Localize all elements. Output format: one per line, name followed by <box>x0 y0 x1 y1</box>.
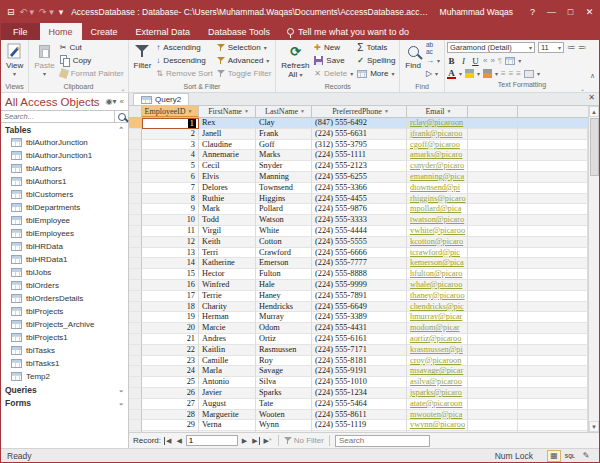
undo-icon[interactable]: ↶ ▾ <box>20 7 35 17</box>
sidebar-item-tbltasks1[interactable]: tblTasks1 <box>1 357 128 370</box>
cell[interactable]: (224) 555-4455 <box>312 194 407 205</box>
cell[interactable]: Savage <box>256 366 312 377</box>
cell[interactable]: 22 <box>142 345 199 356</box>
maximize-button[interactable]: □ <box>561 1 580 23</box>
cell[interactable]: Murray <box>256 312 312 323</box>
cell[interactable]: 29 <box>142 420 199 431</box>
tab-file[interactable]: File <box>1 23 40 40</box>
cell[interactable]: (224) 555-4444 <box>312 226 407 237</box>
email-cell[interactable]: chendricks@pic <box>407 302 468 313</box>
row-selector[interactable] <box>129 237 142 248</box>
cell[interactable]: Clay <box>256 118 312 129</box>
cell[interactable]: Javier <box>199 388 256 399</box>
cell[interactable]: Crawford <box>256 248 312 259</box>
email-cell[interactable]: tcrawford@pic <box>407 248 468 259</box>
cell[interactable]: 7 <box>142 183 199 194</box>
view-button[interactable]: View ▾ <box>3 41 26 80</box>
email-cell[interactable]: aortiz@picaroo <box>407 334 468 345</box>
record-search-input[interactable] <box>335 435 430 447</box>
numbering-icon[interactable]: ≕ <box>578 43 586 52</box>
font-size-select[interactable]: 11▾ <box>538 42 564 53</box>
table-row[interactable]: 28MargueriteWooten(224) 555-8611mwooten@… <box>129 410 588 421</box>
table-row[interactable]: 21AndresOrtiz(224) 555-6161aortiz@picaro… <box>129 334 588 345</box>
cell[interactable]: White <box>256 226 312 237</box>
cell[interactable]: 3 <box>142 140 199 151</box>
row-selector[interactable] <box>129 420 142 431</box>
cell[interactable]: 26 <box>142 388 199 399</box>
datasheet-view-button[interactable]: ▦ <box>547 450 561 462</box>
email-link[interactable]: twatson@picaro <box>410 215 464 224</box>
email-cell[interactable]: hfulton@picaro <box>407 269 468 280</box>
email-cell[interactable]: csnyder@picaro <box>407 161 468 172</box>
email-link[interactable]: chendricks@pic <box>410 302 464 311</box>
bullets-icon[interactable]: ≔ <box>567 43 575 52</box>
cell[interactable]: Sparks <box>256 388 312 399</box>
sidebar-item-tblprojects[interactable]: tblProjects <box>1 305 128 318</box>
email-link[interactable]: modom@picar <box>410 323 460 332</box>
column-header-email[interactable]: Email▼ <box>407 106 468 117</box>
email-cell[interactable]: whale@picaroo <box>407 280 468 291</box>
scrollbar-thumb[interactable] <box>590 118 599 176</box>
table-row[interactable]: 23CamilleRoy(224) 555-8181croy@picaroon <box>129 356 588 367</box>
scroll-up-icon[interactable]: ▲ <box>589 106 599 117</box>
next-record-button[interactable]: ▶ <box>241 437 248 445</box>
underline-button[interactable]: U <box>471 56 480 66</box>
sidebar-item-tblauthors1[interactable]: tblAuthors1 <box>1 175 128 188</box>
tell-me-box[interactable]: Tell me what you want to do <box>287 23 409 40</box>
cell[interactable]: Hector <box>199 269 256 280</box>
email-link[interactable]: emanning@pica <box>410 172 464 181</box>
row-selector[interactable] <box>129 345 142 356</box>
row-selector[interactable] <box>129 248 142 259</box>
cell[interactable]: 12 <box>142 237 199 248</box>
table-row[interactable]: 7DeloresTownsend(224) 555-3366dtownsend@… <box>129 183 588 194</box>
cell[interactable]: Charity <box>199 302 256 313</box>
email-cell[interactable]: mpollard@pica <box>407 204 468 215</box>
email-cell[interactable]: twatson@picaro <box>407 215 468 226</box>
cell[interactable]: Herman <box>199 312 256 323</box>
cell[interactable]: 16 <box>142 280 199 291</box>
first-record-button[interactable]: ◀ <box>164 437 172 445</box>
sidebar-item-tbljobs[interactable]: tblJobs <box>1 266 128 279</box>
email-cell[interactable]: vwynn@picaroo <box>407 420 468 431</box>
sidebar-item-tblprojects1[interactable]: tblProjects1 <box>1 331 128 344</box>
cell[interactable]: Marguerite <box>199 410 256 421</box>
email-cell[interactable]: atate@picaroon <box>407 399 468 410</box>
cell[interactable]: (224) 555-7171 <box>312 345 407 356</box>
table-row[interactable]: 25AntonioSilva(224) 555-1010asilva@picar… <box>129 377 588 388</box>
cell[interactable]: Katherine <box>199 258 256 269</box>
cell[interactable]: Pollard <box>256 204 312 215</box>
italic-button[interactable]: I <box>459 56 468 66</box>
sidebar-item-tblprojects_archive[interactable]: tblProjects_Archive <box>1 318 128 331</box>
totals-button[interactable]: ΣTotals <box>355 41 397 54</box>
cell[interactable]: Wooten <box>256 410 312 421</box>
cut-button[interactable]: ✂Cut <box>58 41 126 54</box>
table-row[interactable]: 12KeithCotton(224) 555-5555kcotton@picar… <box>129 237 588 248</box>
cell[interactable]: (224) 555-5464 <box>312 399 407 410</box>
save-icon[interactable]: ⊟ <box>7 7 15 17</box>
row-selector[interactable] <box>129 194 142 205</box>
sidebar-item-tbldepartments[interactable]: tblDepartments <box>1 201 128 214</box>
cell[interactable]: (224) 555-6631 <box>312 129 407 140</box>
account-name[interactable]: Muhammad Waqas <box>440 7 513 17</box>
email-cell[interactable]: modom@picar <box>407 323 468 334</box>
advanced-button[interactable]: Advanced▾ <box>215 54 274 67</box>
email-link[interactable]: mpollard@pica <box>410 204 461 213</box>
table-row[interactable]: 13TerriCrawford(224) 555-6666tcrawford@p… <box>129 248 588 259</box>
cell[interactable]: Elvis <box>199 172 256 183</box>
email-cell[interactable]: jsparks@picaro <box>407 388 468 399</box>
close-button[interactable]: ✕ <box>580 1 599 23</box>
cell[interactable]: Emerson <box>256 258 312 269</box>
cell[interactable]: Hendricks <box>256 302 312 313</box>
minimize-button[interactable]: — <box>542 1 561 23</box>
cell[interactable]: 8 <box>142 194 199 205</box>
help-button[interactable]: ? <box>523 1 542 23</box>
table-row[interactable]: 16WinfredHale(224) 555-9999whale@picaroo <box>129 280 588 291</box>
highlight-color-button[interactable] <box>465 69 474 78</box>
cell[interactable]: 17 <box>142 291 199 302</box>
cell[interactable]: Ortiz <box>256 334 312 345</box>
cell[interactable]: 6 <box>142 172 199 183</box>
email-link[interactable]: aortiz@picaroo <box>410 334 461 343</box>
email-link[interactable]: vwynn@picaroo <box>410 420 465 429</box>
email-cell[interactable]: dtownsend@pi <box>407 183 468 194</box>
cell[interactable]: Wynn <box>256 420 312 431</box>
